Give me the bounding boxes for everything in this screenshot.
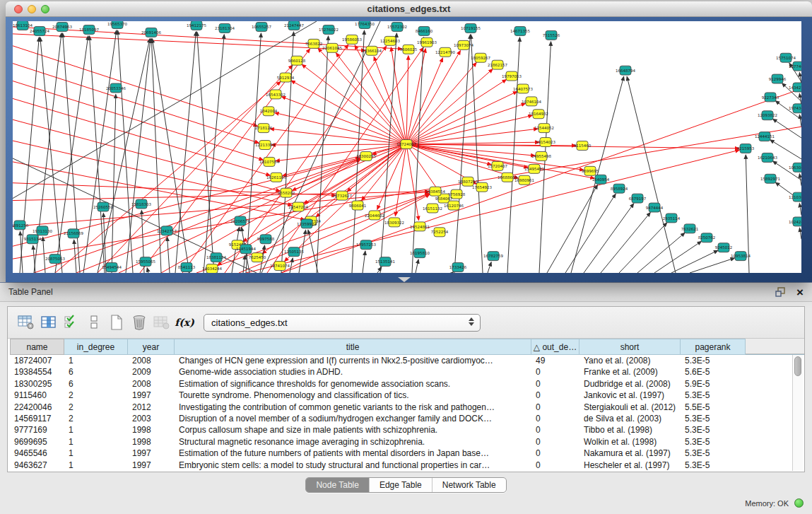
network-node[interactable]: 2342004 xyxy=(260,107,278,116)
close-panel-icon[interactable]: × xyxy=(796,286,804,298)
network-node[interactable]: 9606025 xyxy=(400,45,417,54)
network-node[interactable]: 16210643 xyxy=(758,153,777,162)
network-node[interactable]: 18381124 xyxy=(206,253,226,262)
table-row[interactable]: 977716911998Corpus callosum shape and si… xyxy=(10,424,804,436)
network-node[interactable]: 9129946 xyxy=(769,74,787,83)
new-table-button[interactable] xyxy=(105,310,128,334)
network-node[interactable]: 10107554 xyxy=(259,157,279,166)
network-node[interactable]: 15135141 xyxy=(375,257,395,267)
show-column-button[interactable] xyxy=(37,310,60,334)
network-node[interactable]: 19586053 xyxy=(342,35,362,44)
network-node[interactable]: 9891256 xyxy=(13,221,29,230)
network-node[interactable]: 23181304 xyxy=(215,23,235,33)
network-node[interactable]: 12254603 xyxy=(380,36,400,45)
column-header-year[interactable]: year xyxy=(128,339,175,355)
table-row[interactable]: 2242004622012Investigating the contribut… xyxy=(10,402,804,413)
network-node[interactable]: 14955498 xyxy=(531,151,551,160)
network-node[interactable]: 15276022 xyxy=(319,25,339,34)
network-node[interactable]: 21862157 xyxy=(488,60,507,69)
network-node[interactable]: 10242450 xyxy=(789,217,801,226)
network-node[interactable]: 7663822 xyxy=(305,39,322,48)
network-node[interactable]: 15495492 xyxy=(524,164,544,173)
network-node[interactable]: 16782759 xyxy=(483,252,503,261)
network-node[interactable]: 10973074 xyxy=(454,40,473,49)
network-node[interactable]: 19313130 xyxy=(33,226,52,235)
memory-status-led[interactable] xyxy=(794,498,804,508)
vertical-scrollbar[interactable] xyxy=(792,355,803,471)
network-node[interactable]: 8466160 xyxy=(416,26,433,35)
float-panel-icon[interactable] xyxy=(775,287,787,297)
function-builder-button[interactable]: f(x) xyxy=(173,310,196,334)
network-node[interactable]: 18164932 xyxy=(529,110,548,119)
network-node[interactable]: 1640954 xyxy=(592,175,610,184)
network-node[interactable]: 9558202 xyxy=(278,188,295,197)
network-node[interactable]: 21156869 xyxy=(64,229,83,238)
network-node[interactable]: 9097588 xyxy=(257,235,275,244)
network-node[interactable]: 19961903 xyxy=(417,37,437,47)
network-node[interactable]: 17764350 xyxy=(355,21,375,28)
network-node[interactable]: 17654923 xyxy=(472,182,492,192)
tab-network-table[interactable]: Network Table xyxy=(432,478,506,492)
network-node[interactable]: 8958924 xyxy=(611,184,628,193)
network-node[interactable]: 6879197 xyxy=(629,194,647,203)
network-node[interactable]: 19797053 xyxy=(502,71,522,81)
network-node[interactable]: 14342753 xyxy=(789,83,801,92)
network-node[interactable]: 10655257 xyxy=(252,22,271,31)
network-node[interactable]: 12213399 xyxy=(255,141,275,150)
network-node[interactable]: 9227343 xyxy=(762,93,779,102)
network-node[interactable]: 18059267 xyxy=(471,53,490,62)
network-node[interactable]: 20875053 xyxy=(45,255,65,264)
network-node[interactable]: 15572302 xyxy=(387,22,407,31)
network-node[interactable]: 2935114 xyxy=(663,214,681,223)
network-node[interactable]: 17957253 xyxy=(356,240,376,250)
network-window-titlebar[interactable]: citations_edges.txt xyxy=(6,1,812,17)
row-height-button[interactable] xyxy=(83,310,105,334)
table-row[interactable]: 969969511998Structural magnetic resonanc… xyxy=(10,436,804,448)
network-node[interactable]: 14671355 xyxy=(510,26,530,35)
table-row[interactable]: 1872400712008Changes of HCN gene express… xyxy=(10,355,804,366)
tab-node-table[interactable]: Node Table xyxy=(306,478,369,492)
network-node[interactable]: 15494544 xyxy=(102,263,122,272)
network-node[interactable]: 13505135 xyxy=(284,247,304,257)
network-node[interactable]: 12214790 xyxy=(435,47,455,57)
table-row[interactable]: 946554611997Estimation of the future num… xyxy=(10,448,804,459)
table-row[interactable]: 1938455462009Genome-wide association stu… xyxy=(10,366,804,378)
network-node[interactable]: 12444151 xyxy=(755,132,775,141)
network-node[interactable]: 15892971 xyxy=(760,174,780,183)
network-node[interactable]: 7515526 xyxy=(543,30,560,40)
network-node[interactable]: 19412175 xyxy=(187,21,206,30)
network-node[interactable]: 8250762 xyxy=(698,233,715,243)
network-node[interactable]: 16151132 xyxy=(423,204,442,213)
network-node[interactable]: 8215953 xyxy=(737,144,755,153)
table-row[interactable]: 1456911722003Disruption of a novel membe… xyxy=(10,413,804,424)
network-node[interactable]: 12774613 xyxy=(789,62,801,71)
network-node[interactable]: 16648794 xyxy=(616,66,635,75)
delete-table-button[interactable] xyxy=(128,310,151,334)
network-node[interactable]: 9115460 xyxy=(574,141,592,151)
network-node[interactable]: 9699695 xyxy=(582,166,599,175)
table-row[interactable]: 946362711997Embryonic stem cells: a mode… xyxy=(10,460,804,471)
network-node[interactable]: 16543302 xyxy=(266,90,286,99)
network-canvas[interactable]: 1861310424055724208749631818509719565370… xyxy=(13,21,801,273)
network-node[interactable]: 10630432 xyxy=(789,163,801,172)
network-node[interactable]: 1733426 xyxy=(449,263,467,272)
network-node[interactable]: 10719155 xyxy=(461,23,481,33)
network-node[interactable]: 10746104 xyxy=(522,97,541,106)
select-columns-button[interactable] xyxy=(60,310,83,334)
network-node[interactable]: 25260550 xyxy=(93,202,113,211)
network-node[interactable]: 15818303 xyxy=(131,199,151,209)
network-node[interactable]: 2718126 xyxy=(255,124,273,133)
network-node[interactable]: 14524861 xyxy=(410,222,430,231)
column-header-name[interactable]: name xyxy=(10,339,64,355)
network-node[interactable]: 7632621 xyxy=(681,224,698,233)
column-header-short[interactable]: short xyxy=(579,339,681,355)
network-node[interactable]: 21247447 xyxy=(284,21,304,30)
network-node[interactable]: 10953814 xyxy=(731,252,751,261)
column-header-out_de[interactable]: △ out_de… xyxy=(531,339,579,355)
scrollbar-thumb[interactable] xyxy=(794,356,801,376)
column-header-in_degree[interactable]: in_degree xyxy=(64,339,128,355)
column-header-title[interactable]: title xyxy=(175,339,531,355)
network-node[interactable]: 20691406 xyxy=(141,28,161,37)
import-table-button-disabled[interactable] xyxy=(151,310,173,334)
network-node[interactable]: 18309322 xyxy=(384,218,404,227)
